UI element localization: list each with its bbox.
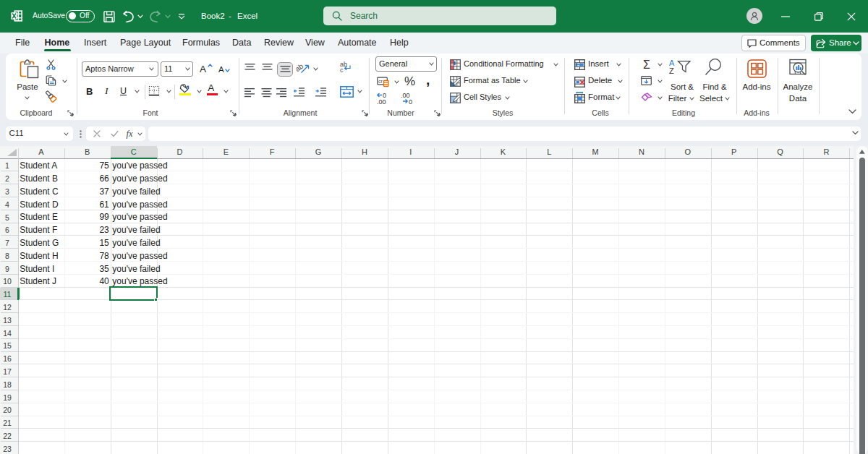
svg-text:ab: ab: [296, 62, 305, 74]
svg-text:.00: .00: [377, 98, 386, 105]
svg-text:Z: Z: [669, 67, 674, 75]
svg-text:cr: cr: [378, 79, 383, 84]
svg-text:0: 0: [409, 98, 412, 105]
svg-text:c: c: [340, 67, 344, 73]
